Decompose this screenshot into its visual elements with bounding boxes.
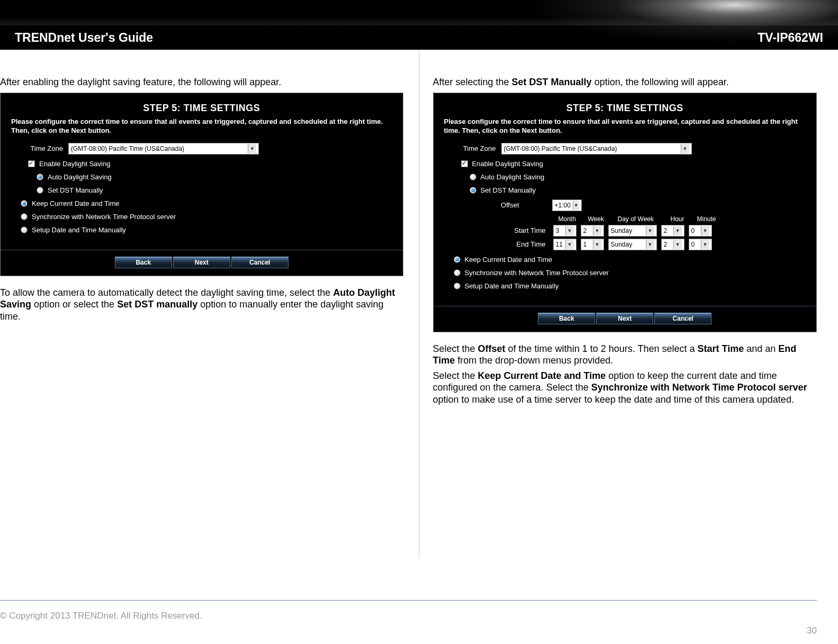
start-month-select[interactable]: 3▼ [553, 225, 576, 237]
offset-label: Offset [490, 201, 527, 209]
timezone-label: Time Zone [459, 144, 501, 152]
chevron-down-icon: ▼ [701, 240, 709, 249]
end-time-label: End Time [490, 240, 553, 248]
start-hour-select[interactable]: 2▼ [661, 225, 684, 237]
header-week: Week [588, 215, 618, 223]
start-min-select[interactable]: 0▼ [689, 225, 712, 237]
chevron-down-icon: ▼ [646, 240, 654, 249]
header-minute: Minute [697, 215, 724, 223]
left-paragraph-2: To allow the camera to automatically det… [0, 287, 403, 323]
sync-ntp-radio[interactable] [454, 269, 461, 276]
right-settings-panel: STEP 5: TIME SETTINGS Please configure t… [433, 93, 817, 332]
back-button[interactable]: Back [115, 257, 172, 268]
manual-time-radio[interactable] [21, 226, 28, 233]
cancel-button[interactable]: Cancel [231, 257, 289, 268]
step-description: Please configure the correct time to ens… [11, 117, 392, 135]
set-dst-radio[interactable] [470, 187, 476, 194]
left-settings-panel: STEP 5: TIME SETTINGS Please configure t… [0, 93, 403, 276]
step-description: Please configure the correct time to ens… [444, 117, 806, 135]
keep-time-label: Keep Current Date and Time [32, 199, 119, 207]
header-month: Month [558, 215, 588, 223]
header-dow: Day of Week [618, 215, 671, 223]
end-month-select[interactable]: 11▼ [553, 239, 576, 250]
column-divider [419, 50, 419, 558]
enable-ds-checkbox[interactable] [28, 160, 35, 167]
sync-ntp-label: Synchronize with Network Time Protocol s… [465, 269, 609, 277]
offset-select[interactable]: +1:00 ▼ [552, 199, 582, 211]
start-time-label: Start Time [490, 226, 553, 234]
auto-ds-label: Auto Daylight Saving [481, 173, 545, 181]
right-paragraph-2: Select the Offset of the time within 1 t… [433, 343, 817, 367]
step-title: STEP 5: TIME SETTINGS [11, 103, 392, 114]
enable-ds-label: Enable Daylight Saving [472, 160, 543, 168]
chevron-down-icon: ▼ [646, 226, 654, 235]
keep-time-label: Keep Current Date and Time [465, 256, 552, 264]
timezone-value: (GMT-08:00) Pacific Time (US&Canada) [71, 145, 184, 152]
enable-ds-checkbox[interactable] [461, 160, 468, 167]
auto-ds-label: Auto Daylight Saving [48, 173, 112, 181]
chevron-down-icon: ▼ [593, 240, 601, 249]
timezone-label: Time Zone [26, 144, 68, 152]
right-intro: After selecting the Set DST Manually opt… [433, 76, 817, 88]
end-min-select[interactable]: 0▼ [689, 239, 712, 250]
auto-ds-radio[interactable] [470, 174, 476, 180]
keep-time-radio[interactable] [454, 256, 461, 263]
sync-ntp-label: Synchronize with Network Time Protocol s… [32, 213, 176, 221]
end-week-select[interactable]: 1▼ [581, 239, 604, 250]
start-week-select[interactable]: 2▼ [581, 225, 604, 237]
timezone-select[interactable]: (GMT-08:00) Pacific Time (US&Canada) ▼ [68, 143, 259, 155]
enable-ds-label: Enable Daylight Saving [39, 160, 110, 168]
end-hour-select[interactable]: 2▼ [661, 239, 684, 250]
manual-time-label: Setup Date and Time Manually [465, 282, 559, 290]
step-title: STEP 5: TIME SETTINGS [444, 103, 806, 114]
header-hour: Hour [671, 215, 697, 223]
sync-ntp-radio[interactable] [21, 213, 28, 220]
cancel-button[interactable]: Cancel [654, 313, 711, 324]
guide-title: TRENDnet User's Guide [15, 31, 153, 45]
timezone-select[interactable]: (GMT-08:00) Pacific Time (US&Canada) ▼ [501, 143, 692, 155]
page-header: TRENDnet User's Guide TV-IP662WI [0, 0, 838, 50]
chevron-down-icon: ▼ [681, 144, 689, 153]
set-dst-label: Set DST Manually [48, 186, 103, 194]
timezone-value: (GMT-08:00) Pacific Time (US&Canada) [504, 145, 617, 152]
right-paragraph-3: Select the Keep Current Date and Time op… [433, 370, 817, 406]
start-dow-select[interactable]: Sunday▼ [608, 225, 657, 237]
set-dst-radio[interactable] [37, 187, 43, 194]
end-dow-select[interactable]: Sunday▼ [608, 239, 657, 250]
left-intro: After enabling the daylight saving featu… [0, 76, 403, 88]
set-dst-label: Set DST Manually [481, 186, 536, 194]
chevron-down-icon: ▼ [573, 201, 579, 210]
chevron-down-icon: ▼ [565, 240, 574, 249]
keep-time-radio[interactable] [21, 200, 28, 207]
chevron-down-icon: ▼ [565, 226, 574, 235]
back-button[interactable]: Back [538, 313, 595, 324]
copyright: © Copyright 2013 TRENDnet. All Rights Re… [0, 611, 202, 621]
manual-time-label: Setup Date and Time Manually [32, 226, 126, 234]
chevron-down-icon: ▼ [593, 226, 601, 235]
chevron-down-icon: ▼ [673, 240, 682, 249]
chevron-down-icon: ▼ [701, 226, 709, 235]
auto-ds-radio[interactable] [37, 174, 43, 180]
next-button[interactable]: Next [596, 313, 653, 324]
chevron-down-icon: ▼ [673, 226, 682, 235]
page-number: 30 [807, 625, 817, 636]
chevron-down-icon: ▼ [248, 144, 256, 153]
next-button[interactable]: Next [173, 257, 230, 268]
manual-time-radio[interactable] [454, 283, 461, 289]
model-number: TV-IP662WI [758, 31, 823, 45]
footer-divider [0, 600, 817, 601]
